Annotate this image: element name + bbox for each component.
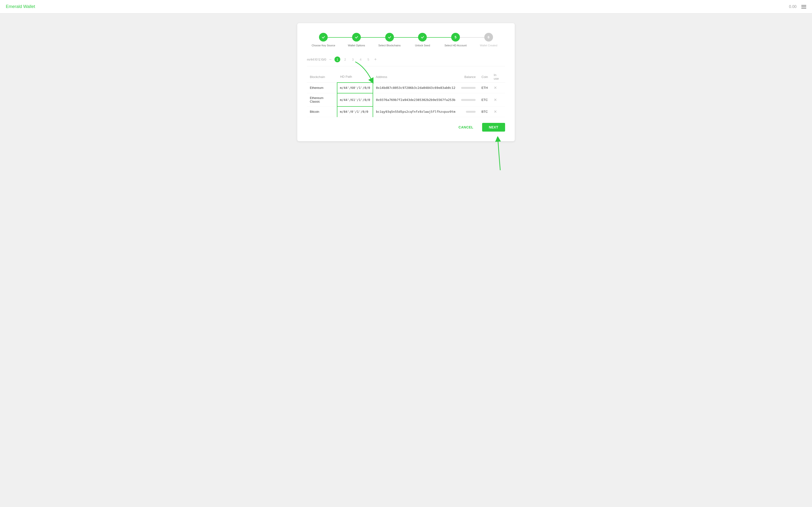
account-bar: m/44'/0'/1'/0/0 − 1 2 3 4 5 +: [307, 56, 505, 66]
address-cell: 0x9376a769b7f2a943de2385302b2b9e5567fa25…: [373, 93, 458, 107]
remove-icon[interactable]: ✕: [494, 110, 497, 114]
step-5-circle: 5: [451, 33, 460, 42]
address-cell: 0x14bd87c8053c97286b3c2da04843c69e83ab0c…: [373, 82, 458, 93]
account-num-3[interactable]: 3: [350, 56, 356, 62]
menu-icon[interactable]: [801, 5, 806, 8]
step-2-label: Wallet Options: [348, 44, 365, 47]
step-3-circle: [385, 33, 394, 42]
col-coin: Coin: [478, 71, 491, 82]
col-address: Address: [373, 71, 458, 82]
step-5-connector: [456, 37, 489, 38]
account-numbers: 1 2 3 4 5: [335, 56, 371, 62]
table-header-row: Blockchain HD Path Address Balance Coin …: [307, 71, 505, 82]
blockchain-cell: Ethereum Classic: [307, 93, 337, 107]
coin-cell: BTC: [478, 107, 491, 117]
app-title: Emerald Wallet: [6, 4, 35, 9]
remove-icon[interactable]: ✕: [494, 86, 497, 90]
table-row: Ethereum Classic m/44'/61'/1'/0/0 0x9376…: [307, 93, 505, 107]
blockchain-cell: Bitcoin: [307, 107, 337, 117]
step-4-circle: [418, 33, 427, 42]
balance-bar: [461, 99, 475, 101]
balance-cell: [458, 82, 478, 93]
account-num-5[interactable]: 5: [365, 56, 371, 62]
step-3-connector: [390, 37, 423, 38]
coin-cell: ETH: [478, 82, 491, 93]
step-1-circle: [319, 33, 328, 42]
account-num-2[interactable]: 2: [342, 56, 348, 62]
topbar: Emerald Wallet 0.00: [0, 0, 812, 13]
cancel-button[interactable]: CANCEL: [454, 123, 478, 131]
step-1-connector: [323, 37, 356, 38]
col-blockchain: Blockchain: [307, 71, 337, 82]
next-button[interactable]: NEXT: [482, 123, 505, 131]
balance-bar: [466, 111, 475, 113]
footer-actions: CANCEL NEXT: [307, 123, 505, 131]
step-2-circle: [352, 33, 361, 42]
col-hdpath: HD Path: [337, 71, 373, 82]
svg-point-1: [354, 35, 359, 40]
inuse-cell: ✕: [491, 107, 505, 117]
col-inuse: In use: [491, 71, 505, 82]
account-plus-button[interactable]: +: [374, 57, 377, 62]
svg-point-2: [387, 35, 392, 40]
step-5: 5 Select HD Account: [439, 33, 472, 47]
balance-bar: [461, 87, 475, 89]
step-3-label: Select Blockchains: [378, 44, 401, 47]
wizard-card: Choose Key Source Wallet Options: [297, 23, 515, 141]
balance-cell: [458, 107, 478, 117]
inuse-cell: ✕: [491, 93, 505, 107]
svg-point-3: [420, 35, 425, 40]
inuse-cell: ✕: [491, 82, 505, 93]
balance-cell: [458, 93, 478, 107]
account-minus-button[interactable]: −: [329, 57, 332, 62]
address-cell: bc1qy93q5n55d5ps2cqfnfx9zlwwj5flfhzvpuv9…: [373, 107, 458, 117]
topbar-right: 0.00: [789, 5, 806, 9]
hd-accounts-table: Blockchain HD Path Address Balance Coin …: [307, 71, 505, 117]
coin-cell: ETC: [478, 93, 491, 107]
step-1-label: Choose Key Source: [311, 44, 335, 47]
step-4-connector: [422, 37, 456, 38]
step-4-label: Unlock Seed: [415, 44, 430, 47]
hdpath-cell: m/44'/61'/1'/0/0: [337, 93, 373, 107]
step-4: Unlock Seed: [406, 33, 439, 47]
main-content: Choose Key Source Wallet Options: [0, 13, 812, 151]
step-2: Wallet Options: [340, 33, 373, 47]
svg-point-0: [321, 35, 326, 40]
col-balance: Balance: [458, 71, 478, 82]
steps-bar: Choose Key Source Wallet Options: [307, 33, 505, 47]
step-6-label: Wallet Created: [480, 44, 497, 47]
account-num-4[interactable]: 4: [358, 56, 363, 62]
table-row: Bitcoin m/84'/0'/1'/0/0 bc1qy93q5n55d5ps…: [307, 107, 505, 117]
account-path-label: m/44'/0'/1'/0/0: [307, 58, 326, 61]
hdpath-cell: m/84'/0'/1'/0/0: [337, 107, 373, 117]
step-5-label: Select HD Account: [445, 44, 467, 47]
remove-icon[interactable]: ✕: [494, 98, 497, 102]
account-num-1[interactable]: 1: [335, 56, 340, 62]
step-6: 6 Wallet Created: [472, 33, 505, 47]
table-row: Ethereum m/44'/60'/1'/0/0 0x14bd87c8053c…: [307, 82, 505, 93]
balance-display: 0.00: [789, 5, 797, 9]
step-6-circle: 6: [484, 33, 493, 42]
blockchain-cell: Ethereum: [307, 82, 337, 93]
hdpath-cell: m/44'/60'/1'/0/0: [337, 82, 373, 93]
annotation-arrow-2: [486, 136, 507, 173]
step-3: Select Blockchains: [373, 33, 406, 47]
step-2-connector: [356, 37, 390, 38]
step-1: Choose Key Source: [307, 33, 340, 47]
